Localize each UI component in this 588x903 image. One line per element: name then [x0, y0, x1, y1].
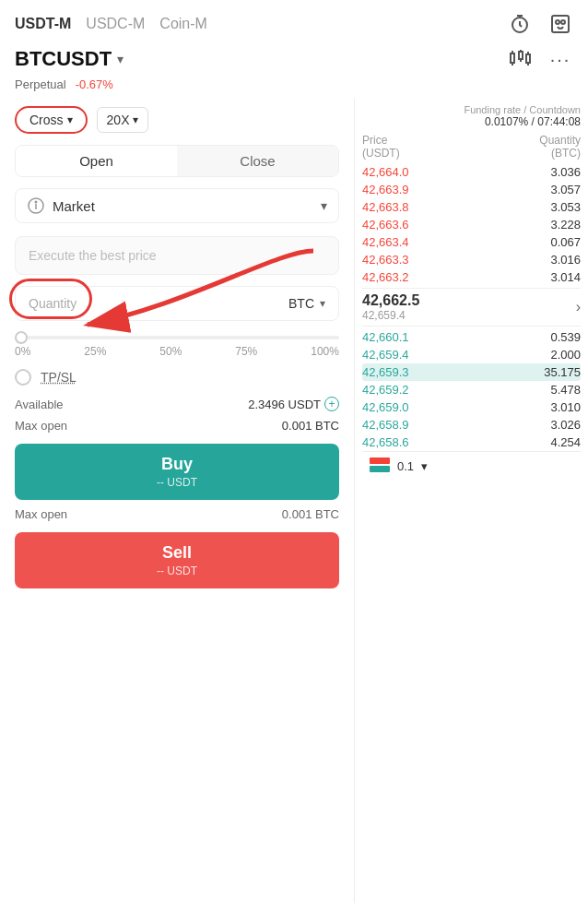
mid-price[interactable]: 42,662.5	[362, 292, 419, 309]
mid-price-arrow: ›	[576, 299, 581, 315]
max-open-sell-value: 0.001 BTC	[282, 507, 339, 521]
max-open-buy-row: Max open 0.001 BTC	[15, 419, 339, 433]
asks-list: 42,664.03.03642,663.93.05742,663.83.0534…	[362, 163, 581, 286]
available-row: Available 2.3496 USDT +	[15, 397, 339, 411]
svg-point-16	[35, 201, 37, 203]
position-slider[interactable]: 0% 25% 50% 75% 100%	[15, 336, 339, 358]
tab-coin-m[interactable]: Coin-M	[159, 16, 207, 32]
open-close-tabs: Open Close	[15, 145, 339, 177]
svg-point-2	[556, 20, 559, 24]
tab-usdc-m[interactable]: USDC-M	[86, 16, 145, 32]
ask-qty: 0.067	[550, 235, 581, 249]
orderbook-panel: Funding rate / Countdown 0.0107% / 07:44…	[355, 99, 588, 903]
svg-rect-7	[519, 52, 523, 59]
quantity-dropdown-icon[interactable]: ▾	[320, 297, 325, 310]
available-label: Available	[15, 398, 64, 411]
mid-price-sub: 42,659.4	[362, 309, 419, 322]
bid-price: 42,659.4	[362, 348, 409, 362]
ob-qty-header: Quantity (BTC)	[539, 134, 581, 160]
ask-price: 42,664.0	[362, 165, 409, 179]
timer-icon[interactable]	[507, 11, 533, 37]
tpsl-row: TP/SL	[15, 369, 339, 386]
order-type-selector[interactable]: Market ▾	[15, 188, 339, 223]
tab-close[interactable]: Close	[177, 146, 338, 176]
candlestick-icon[interactable]	[507, 46, 533, 72]
header-icons	[507, 11, 573, 37]
depth-value: 0.1	[397, 459, 414, 473]
profile-icon[interactable]	[547, 11, 573, 37]
bid-qty: 4.254	[550, 435, 581, 449]
bid-row[interactable]: 42,659.42.000	[362, 346, 581, 363]
bid-price: 42,659.2	[362, 383, 409, 397]
depth-bids-bar	[370, 466, 390, 472]
ask-price: 42,663.3	[362, 253, 409, 267]
controls-row: Cross ▾ 20X ▾	[0, 99, 354, 141]
leverage-label: 20X	[107, 113, 130, 127]
funding-rate-value: 0.0107% / 07:44:08	[362, 115, 581, 128]
symbol-row: BTCUSDT ▾ ···	[0, 42, 588, 76]
funding-rate-row: Funding rate / Countdown 0.0107% / 07:44…	[362, 99, 581, 132]
bid-row[interactable]: 42,658.93.026	[362, 416, 581, 434]
symbol-name[interactable]: BTCUSDT	[15, 47, 112, 71]
depth-icon	[370, 457, 390, 474]
bid-price: 42,659.0	[362, 400, 409, 414]
ask-price: 42,663.4	[362, 235, 409, 249]
margin-mode-button[interactable]: Cross ▾	[15, 106, 88, 134]
bid-qty: 5.478	[550, 383, 581, 397]
ask-row[interactable]: 42,663.83.053	[362, 198, 581, 216]
ask-qty: 3.228	[550, 218, 581, 232]
ask-qty: 3.057	[550, 183, 581, 196]
svg-rect-10	[526, 54, 530, 63]
ask-row[interactable]: 42,663.40.067	[362, 233, 581, 251]
max-open-buy-value: 0.001 BTC	[282, 419, 339, 433]
price-input[interactable]: Execute the best price	[15, 236, 339, 275]
tpsl-checkbox[interactable]	[15, 369, 31, 386]
symbol-dropdown-icon[interactable]: ▾	[117, 52, 123, 66]
symbol-left: BTCUSDT ▾	[15, 47, 123, 71]
bid-row[interactable]: 42,659.25.478	[362, 381, 581, 398]
bid-row[interactable]: 42,659.03.010	[362, 398, 581, 416]
more-icon[interactable]: ···	[547, 46, 573, 72]
bid-row[interactable]: 42,658.64.254	[362, 434, 581, 451]
bid-qty: 2.000	[550, 348, 581, 362]
quantity-currency: BTC ▾	[288, 296, 325, 311]
slider-thumb[interactable]	[15, 331, 28, 344]
quantity-input[interactable]: Quantity BTC ▾	[15, 286, 339, 321]
slider-track[interactable]	[15, 336, 339, 339]
ask-price: 42,663.6	[362, 218, 409, 232]
tab-usdt-m[interactable]: USDT-M	[15, 16, 71, 32]
perpetual-label: Perpetual	[15, 77, 66, 91]
tpsl-label[interactable]: TP/SL	[41, 370, 76, 385]
ask-price: 42,663.2	[362, 270, 409, 284]
sell-button-label: Sell	[162, 543, 192, 563]
orderbook-header: Price (USDT) Quantity (BTC)	[362, 132, 581, 163]
bid-row[interactable]: 42,659.335.175	[362, 363, 581, 381]
bid-row[interactable]: 42,660.10.539	[362, 328, 581, 346]
margin-mode-label: Cross	[29, 113, 64, 127]
bid-price: 42,659.3	[362, 365, 409, 379]
funding-rate-label: Funding rate / Countdown	[362, 104, 581, 115]
order-type-dropdown-icon[interactable]: ▾	[321, 198, 327, 213]
bid-price: 42,660.1	[362, 330, 409, 344]
bid-qty: 35.175	[544, 365, 581, 379]
svg-rect-1	[552, 16, 569, 32]
bid-qty: 3.010	[550, 400, 581, 414]
ask-row[interactable]: 42,664.03.036	[362, 163, 581, 181]
max-open-buy-label: Max open	[15, 419, 67, 433]
ask-row[interactable]: 42,663.33.016	[362, 251, 581, 268]
bid-price: 42,658.6	[362, 435, 409, 449]
sell-button[interactable]: Sell -- USDT	[15, 532, 339, 588]
leverage-button[interactable]: 20X ▾	[97, 107, 149, 133]
ask-row[interactable]: 42,663.93.057	[362, 181, 581, 198]
bid-price: 42,658.9	[362, 418, 409, 432]
bid-qty: 3.026	[550, 418, 581, 432]
buy-button[interactable]: Buy -- USDT	[15, 444, 339, 500]
add-funds-button[interactable]: +	[324, 397, 339, 411]
ask-row[interactable]: 42,663.63.228	[362, 216, 581, 233]
ask-row[interactable]: 42,663.23.014	[362, 268, 581, 286]
tab-open[interactable]: Open	[16, 146, 177, 176]
info-icon[interactable]	[27, 196, 45, 215]
slider-labels: 0% 25% 50% 75% 100%	[15, 345, 339, 358]
depth-dropdown[interactable]: ▾	[421, 459, 428, 473]
ob-price-header: Price (USDT)	[362, 134, 400, 160]
